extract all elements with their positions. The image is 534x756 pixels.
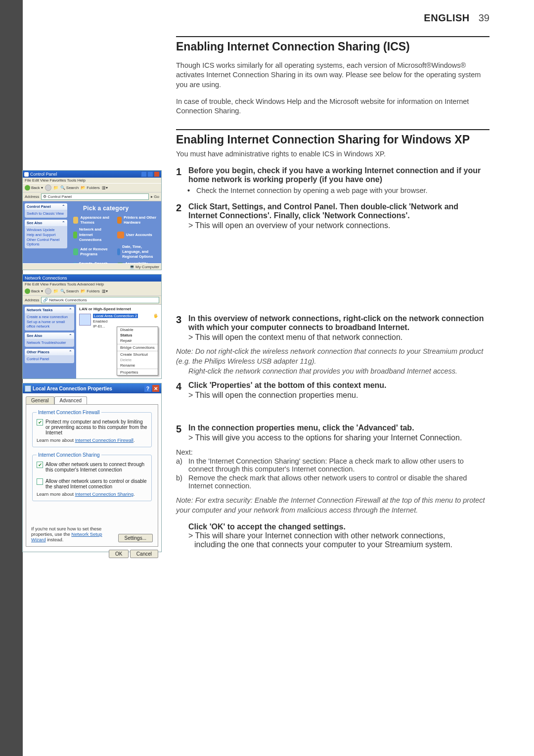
back-button[interactable]: Back ▾: [25, 288, 43, 294]
collapse-icon[interactable]: ⌃: [62, 204, 65, 209]
step-1: 1 Before you begin, check if you have a …: [176, 166, 490, 184]
step-2: 2 Click Start, Settings, and Control Pan…: [176, 202, 490, 230]
switch-classic-link[interactable]: Switch to Classic View: [27, 211, 65, 216]
step1-bullet: Check the Internet connection by opening…: [188, 186, 490, 196]
step3-bold: In this overview of network connections,…: [188, 314, 484, 331]
up-button[interactable]: 📁: [53, 186, 58, 190]
cp-statusbar: 💻 My Computer: [23, 263, 161, 270]
window-icon: [25, 385, 31, 392]
back-icon: [25, 185, 30, 190]
ctx-shortcut[interactable]: Create Shortcut: [117, 352, 158, 357]
cp-sidebar-panel-main: Control Panel⌃ Switch to Classic View: [25, 203, 67, 218]
collapse-icon[interactable]: ⌃: [69, 333, 72, 338]
cancel-button[interactable]: Cancel: [130, 550, 158, 558]
setup-network-link[interactable]: Set up a home or small office network: [27, 320, 72, 329]
step-number: 4: [176, 381, 188, 400]
ics-allow-checkbox[interactable]: ✔ Allow other network users to connect t…: [37, 462, 147, 472]
cp-sidebar-panel-seealso: See Also⌃ Windows Update Help and Suppor…: [25, 220, 67, 248]
address-label: Address: [25, 298, 39, 302]
firewall-legend: Internet Connection Firewall: [37, 410, 101, 415]
page-header: ENGLISH 39: [176, 12, 490, 24]
views-button[interactable]: ▥▾: [102, 289, 108, 293]
other-cp-link[interactable]: Other Control Panel Options: [27, 237, 65, 246]
collapse-icon[interactable]: ⌃: [69, 308, 72, 312]
note-2: Note: For extra security: Enable the Int…: [176, 496, 490, 515]
next-marker-a: a): [176, 457, 188, 473]
cat-printers[interactable]: Printers and Other Hardware: [117, 215, 157, 225]
step5-bold: In the connection properties menu, click…: [188, 424, 414, 432]
section1-title: Enabling Internet Connection Sharing (IC…: [176, 40, 490, 53]
cat-date[interactable]: Date, Time, Language, and Regional Optio…: [117, 244, 157, 259]
firewall-fieldset: Internet Connection Firewall ✔ Protect m…: [32, 410, 152, 447]
ctx-delete[interactable]: Delete: [117, 357, 158, 363]
create-connection-link[interactable]: Create a new connection: [27, 315, 72, 319]
ok-button[interactable]: OK: [109, 550, 129, 558]
pr-tabs: General Advanced: [26, 396, 158, 404]
cat-network[interactable]: Network and Internet Connections: [73, 227, 113, 242]
address-field[interactable]: ⚙ Control Panel: [41, 193, 149, 200]
forward-button[interactable]: [45, 288, 51, 294]
step1-bold: Before you begin, check if you have a wo…: [188, 166, 481, 184]
firewall-checkbox[interactable]: ✔ Protect my computer and network by lim…: [37, 419, 147, 435]
address-field[interactable]: 🔗 Network Connections: [41, 297, 159, 303]
close-icon[interactable]: ✕: [152, 385, 159, 392]
step5-sub: > This will give you access to the optio…: [188, 433, 490, 442]
seealso-heading: See Also: [27, 333, 42, 338]
appearance-icon: [73, 217, 78, 224]
addremove-icon: [73, 248, 78, 255]
ctx-disable[interactable]: Disable: [117, 327, 158, 332]
section2-title: Enabling Internet Connection Sharing for…: [176, 133, 490, 146]
cat-addremove[interactable]: Add or Remove Programs: [73, 244, 113, 259]
step2-bold: Click Start, Settings, and Control Panel…: [188, 202, 458, 220]
ctx-properties[interactable]: Properties: [117, 370, 158, 375]
cp-addressbar: Address ⚙ Control Panel ▸ Go: [23, 192, 161, 201]
go-button[interactable]: ▸ Go: [151, 194, 159, 199]
up-button[interactable]: 📁: [53, 289, 58, 293]
ics-allow-label: Allow other network users to connect thr…: [45, 462, 147, 472]
ics-control-checkbox[interactable]: Allow other network users to control or …: [37, 478, 147, 489]
minimize-icon[interactable]: [141, 171, 147, 177]
cp-body: Pick a category Appearance and Themes Pr…: [69, 201, 161, 270]
windows-update-link[interactable]: Windows Update: [27, 228, 65, 232]
troubleshooter-link[interactable]: Network Troubleshooter: [27, 340, 72, 345]
views-button[interactable]: ▥▾: [102, 186, 108, 190]
search-button[interactable]: 🔍Search: [60, 186, 79, 190]
connection-state: Enabled: [93, 319, 107, 324]
nc-menubar[interactable]: File Edit View Favorites Tools Advanced …: [23, 282, 161, 287]
collapse-icon[interactable]: ⌃: [69, 350, 72, 354]
cat-appearance[interactable]: Appearance and Themes: [73, 215, 113, 225]
date-icon: [117, 248, 120, 255]
learn-ics: Learn more about Internet Connection Sha…: [37, 491, 147, 497]
firewall-learn-link[interactable]: Internet Connection Firewall: [75, 437, 134, 443]
otherplaces-panel: Other Places⌃ Control Panel: [25, 349, 74, 363]
folders-button[interactable]: 📂Folders: [81, 289, 100, 293]
ctx-repair[interactable]: Repair: [117, 338, 158, 343]
otherplaces-heading: Other Places: [27, 350, 49, 354]
help-support-link[interactable]: Help and Support: [27, 233, 65, 237]
cp-menubar[interactable]: File Edit View Favorites Tools Help: [23, 178, 161, 183]
ctx-rename[interactable]: Rename: [117, 363, 158, 368]
seealso-heading: See Also: [27, 221, 42, 225]
close-icon[interactable]: [154, 171, 160, 177]
folders-button[interactable]: 📂Folders: [81, 186, 100, 190]
step-number: 1: [176, 166, 188, 184]
next-b: Remove the check mark that allows other …: [188, 474, 490, 490]
ctx-status[interactable]: Status: [117, 332, 158, 338]
next-marker-b: b): [176, 474, 188, 490]
cat-users[interactable]: User Accounts: [117, 227, 157, 242]
ctx-bridge[interactable]: Bridge Connections: [117, 345, 158, 350]
seealso-panel: See Also⌃ Network Troubleshooter: [25, 332, 74, 347]
collapse-icon[interactable]: ⌃: [62, 221, 65, 225]
settings-button[interactable]: Settings...: [118, 534, 153, 542]
tab-advanced[interactable]: Advanced: [54, 396, 87, 404]
ics-learn-link[interactable]: Internet Connection Sharing: [75, 491, 134, 497]
tab-general[interactable]: General: [26, 396, 54, 404]
back-icon: [25, 288, 30, 294]
back-button[interactable]: Back ▾: [25, 185, 43, 190]
forward-button[interactable]: [45, 185, 51, 191]
help-icon[interactable]: ?: [144, 385, 151, 392]
controlpanel-link[interactable]: Control Panel: [27, 357, 72, 361]
search-button[interactable]: 🔍Search: [60, 289, 79, 293]
maximize-icon[interactable]: [147, 171, 153, 177]
content-area: Control Panel File Edit View Favorites T…: [23, 27, 490, 549]
